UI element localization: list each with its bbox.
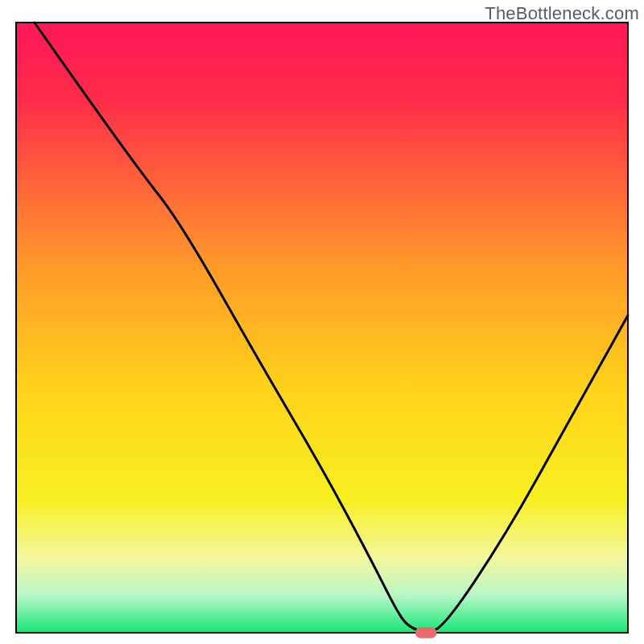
plot-background (17, 23, 627, 632)
chart-container: TheBottleneck.com (0, 0, 644, 644)
optimal-marker (415, 627, 437, 638)
watermark-label: TheBottleneck.com (485, 3, 639, 24)
bottleneck-curve-chart (0, 0, 644, 644)
